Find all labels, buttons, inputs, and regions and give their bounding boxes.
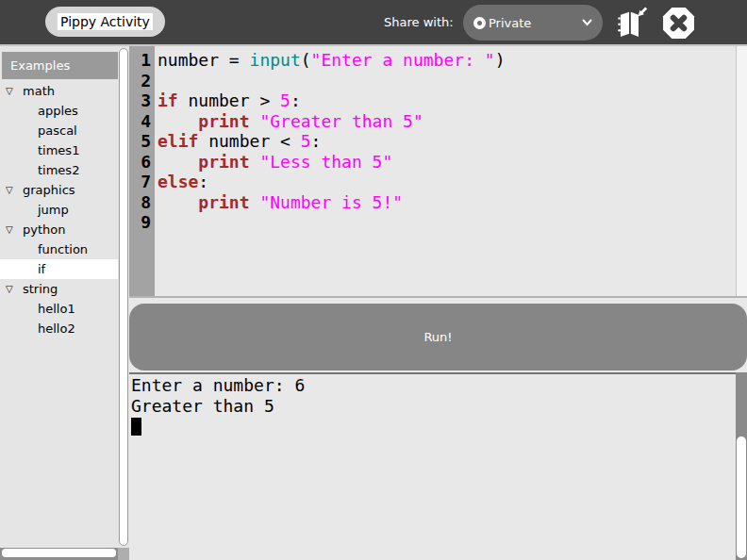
chevron-down-icon	[582, 19, 592, 26]
share-selected-value: Private	[489, 16, 531, 30]
tree-item-label: math	[23, 84, 55, 98]
tree-item-times1[interactable]: times1	[0, 140, 118, 160]
expander-triangle-icon[interactable]: ▽	[6, 224, 23, 235]
activity-name-entry[interactable]: Pippy Activity	[45, 7, 165, 37]
examples-header: Examples	[2, 52, 118, 79]
code-line-6[interactable]: print "Less than 5"	[158, 152, 747, 173]
tree-item-label: times2	[38, 163, 79, 177]
examples-tree: ▽mathapplespascaltimes1times2▽graphicsju…	[0, 81, 118, 338]
line-number: 1	[129, 50, 151, 71]
code-line-1[interactable]: number = input("Enter a number: ")	[158, 50, 747, 71]
sidebar-hscroll-thumb[interactable]	[2, 549, 116, 557]
output-cursor-line	[131, 416, 734, 436]
line-number: 7	[129, 172, 151, 192]
share-scope-dropdown[interactable]: Private	[463, 5, 603, 41]
code-editor[interactable]: 123456789 number = input("Enter a number…	[129, 46, 747, 298]
code-token: print	[198, 152, 249, 172]
tree-item-times2[interactable]: times2	[0, 160, 118, 180]
code-line-8[interactable]: print "Number is 5!"	[158, 192, 747, 213]
expander-triangle-icon[interactable]: ▽	[6, 284, 23, 294]
share-with-label: Share with:	[384, 0, 454, 44]
code-token	[158, 192, 198, 212]
tree-item-label: times1	[38, 143, 79, 157]
code-token: print	[198, 111, 249, 131]
code-token: elif	[158, 131, 198, 151]
terminal-cursor	[131, 418, 141, 436]
line-number: 6	[129, 152, 151, 173]
tree-item-if[interactable]: if	[0, 259, 118, 279]
code-text-area[interactable]: number = input("Enter a number: ") if nu…	[155, 46, 747, 296]
tree-item-label: pascal	[38, 124, 77, 138]
code-line-7[interactable]: else:	[158, 172, 747, 192]
output-console[interactable]: Enter a number: 6Greater than 5	[129, 372, 747, 560]
keep-to-journal-button[interactable]	[608, 5, 650, 41]
tree-item-label: string	[23, 282, 58, 296]
tree-item-hello1[interactable]: hello1	[0, 299, 118, 319]
tree-item-label: hello2	[38, 321, 75, 336]
expander-triangle-icon[interactable]: ▽	[6, 185, 23, 195]
code-token	[158, 152, 198, 172]
stop-icon	[661, 6, 696, 41]
tree-item-label: apples	[38, 104, 78, 118]
activity-name-text: Pippy Activity	[58, 13, 153, 30]
code-token: 5	[280, 91, 290, 110]
tree-item-jump[interactable]: jump	[0, 200, 118, 220]
code-token: "Enter a number: "	[311, 50, 495, 70]
code-line-2[interactable]	[158, 71, 747, 91]
code-line-4[interactable]: print "Greater than 5"	[158, 111, 747, 132]
code-token	[250, 192, 260, 212]
output-vertical-scrollbar[interactable]	[736, 372, 747, 560]
code-token: :	[290, 91, 301, 110]
tree-item-label: if	[38, 262, 45, 276]
code-token: (	[301, 50, 311, 70]
line-number-gutter: 123456789	[129, 46, 155, 296]
code-token: number >	[178, 91, 280, 110]
tree-item-function[interactable]: function	[0, 239, 118, 259]
main-toolbar: Pippy Activity Share with: Private	[0, 0, 747, 44]
stop-activity-button[interactable]	[657, 5, 699, 41]
output-line: Enter a number: 6	[131, 375, 734, 396]
private-radio-icon	[473, 17, 486, 29]
line-number: 9	[129, 212, 151, 233]
code-line-5[interactable]: elif number < 5:	[158, 131, 747, 152]
code-token: "Number is 5!"	[259, 192, 403, 212]
expander-triangle-icon[interactable]: ▽	[6, 86, 23, 96]
keep-to-journal-icon	[610, 6, 648, 40]
code-token: :	[311, 131, 322, 151]
code-line-9[interactable]	[158, 212, 747, 233]
code-token: number =	[158, 50, 250, 70]
code-token: )	[495, 50, 506, 70]
code-token: print	[198, 192, 249, 212]
code-line-3[interactable]: if number > 5:	[158, 91, 747, 111]
code-token: "Greater than 5"	[259, 111, 423, 131]
tree-item-string[interactable]: ▽string	[0, 279, 118, 299]
tree-item-apples[interactable]: apples	[0, 101, 118, 121]
tree-item-graphics[interactable]: ▽graphics	[0, 180, 118, 200]
tree-item-pascal[interactable]: pascal	[0, 121, 118, 140]
tree-item-label: hello1	[38, 302, 75, 316]
pippy-activity-window: Pippy Activity Share with: Private	[0, 0, 747, 560]
line-number: 3	[129, 91, 151, 111]
tree-item-math[interactable]: ▽math	[0, 81, 118, 101]
editor-vertical-scrollbar[interactable]	[736, 46, 747, 296]
tree-item-label: graphics	[23, 183, 75, 197]
code-token: number <	[198, 131, 300, 151]
line-number: 4	[129, 111, 151, 132]
line-number: 8	[129, 192, 151, 213]
line-number: 2	[129, 71, 151, 91]
code-token	[250, 152, 260, 172]
scrollbar-corner	[118, 548, 129, 560]
main-content: Examples ▽mathapplespascaltimes1times2▽g…	[0, 44, 747, 560]
output-line: Greater than 5	[131, 396, 734, 417]
code-token: :	[198, 172, 208, 191]
sidebar-vertical-scrollbar[interactable]	[119, 48, 128, 546]
tree-item-python[interactable]: ▽python	[0, 220, 118, 239]
output-vscroll-thumb[interactable]	[737, 436, 746, 558]
run-button[interactable]: Run!	[129, 304, 747, 371]
tree-item-hello2[interactable]: hello2	[0, 319, 118, 338]
code-token: "Less than 5"	[259, 152, 392, 172]
run-button-label: Run!	[423, 330, 452, 344]
sidebar-horizontal-scrollbar[interactable]	[0, 548, 118, 560]
code-token: else	[158, 172, 198, 191]
code-token	[250, 111, 260, 131]
